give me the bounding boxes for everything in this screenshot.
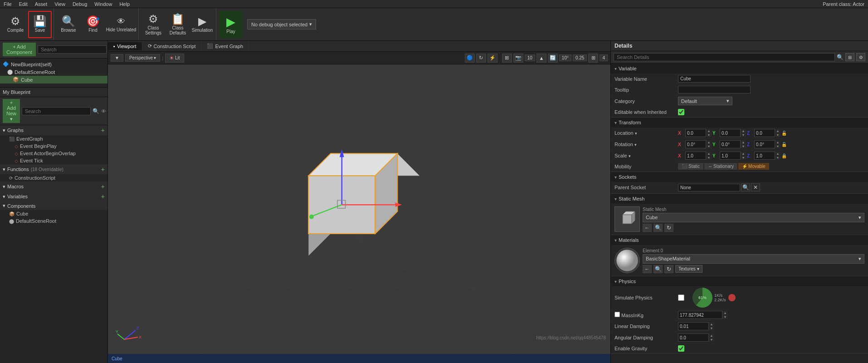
- bp-options-icon[interactable]: 👁: [101, 108, 106, 114]
- browse-button[interactable]: 🔍 Browse: [57, 11, 80, 38]
- angular-damping-down[interactable]: ▼: [708, 338, 714, 342]
- menu-asset[interactable]: Asset: [31, 1, 51, 7]
- scale-x-up[interactable]: ▲: [706, 152, 712, 156]
- debug-dropdown[interactable]: No debug object selected ▾: [247, 19, 316, 29]
- viewport-grid-snap[interactable]: ⊞: [502, 54, 512, 63]
- play-button[interactable]: ▶ Play: [219, 11, 243, 38]
- tab-viewport[interactable]: ▪ Viewport: [108, 42, 142, 50]
- menu-help[interactable]: Help: [116, 1, 133, 7]
- event-graph-item[interactable]: ⬛ EventGraph: [0, 135, 107, 142]
- simulate-physics-checkbox[interactable]: [678, 294, 684, 301]
- mat-reset-btn[interactable]: ↻: [664, 265, 673, 273]
- details-grid-view-btn[interactable]: ⊞: [845, 53, 854, 61]
- functions-add-button[interactable]: +: [101, 166, 105, 173]
- menu-debug[interactable]: Debug: [69, 1, 91, 7]
- rotation-z-down[interactable]: ▼: [775, 144, 780, 148]
- details-search-input[interactable]: [614, 53, 835, 61]
- materials-section-title[interactable]: ▾ Materials: [611, 235, 868, 245]
- scale-z-up[interactable]: ▲: [775, 152, 780, 156]
- location-label[interactable]: Location ▾: [614, 130, 678, 136]
- rotation-z-up[interactable]: ▲: [775, 140, 780, 144]
- lit-button[interactable]: ☀ Lit: [165, 54, 184, 63]
- menu-file[interactable]: File: [0, 1, 15, 7]
- scale-x-down[interactable]: ▼: [706, 156, 712, 160]
- find-button[interactable]: 🎯 Find: [81, 11, 105, 38]
- location-z-down[interactable]: ▼: [775, 133, 780, 137]
- add-component-button[interactable]: + Add Component: [3, 43, 36, 56]
- mat-back-btn[interactable]: ←: [643, 265, 652, 273]
- mass-kg-input[interactable]: [678, 311, 728, 319]
- macros-section[interactable]: ▾ Macros +: [0, 182, 107, 191]
- graphs-add-button[interactable]: +: [101, 127, 105, 134]
- tree-item-newblueprint[interactable]: 🔷 NewBlueprint(self): [0, 60, 107, 68]
- variables-add-button[interactable]: +: [101, 193, 105, 200]
- mass-kg-down[interactable]: ▼: [722, 315, 728, 319]
- scale-y-up[interactable]: ▲: [740, 152, 746, 156]
- mobility-stationary-btn[interactable]: ↔ Stationary: [704, 163, 737, 170]
- save-button[interactable]: 💾 Save: [28, 11, 52, 38]
- viewport-icon-btn-2[interactable]: ↻: [476, 54, 486, 63]
- variable-section-title[interactable]: ▾ Variable: [611, 64, 868, 74]
- scale-lock-icon[interactable]: 🔒: [781, 153, 787, 158]
- compile-button[interactable]: ⚙ Compile: [4, 11, 27, 38]
- defaultsceneroot-component-item[interactable]: ⬤ DefaultSceneRoot: [0, 217, 107, 225]
- details-settings-btn[interactable]: ⚙: [856, 53, 865, 61]
- category-dropdown[interactable]: Default ▾: [678, 97, 732, 105]
- tree-item-cube[interactable]: 📦 Cube: [0, 76, 107, 83]
- menu-view[interactable]: View: [51, 1, 69, 7]
- menu-window[interactable]: Window: [91, 1, 116, 7]
- viewport-level-btn[interactable]: ⊞: [588, 54, 598, 63]
- viewport-icon-btn-1[interactable]: 🔵: [465, 54, 475, 63]
- add-new-button[interactable]: + Add New ▾: [3, 99, 20, 123]
- static-mesh-dropdown[interactable]: Cube ▾: [643, 213, 864, 222]
- macros-add-button[interactable]: +: [101, 183, 105, 190]
- mass-kg-up[interactable]: ▲: [722, 311, 728, 315]
- rotation-x-up[interactable]: ▲: [706, 140, 712, 144]
- tooltip-input[interactable]: [678, 86, 751, 93]
- location-lock-icon[interactable]: 🔓: [781, 131, 787, 136]
- viewport-snap-rotate[interactable]: ▲: [536, 54, 546, 63]
- angular-damping-up[interactable]: ▲: [708, 334, 714, 338]
- mat-search-btn[interactable]: 🔍: [653, 265, 663, 273]
- mesh-search-btn[interactable]: 🔍: [653, 224, 663, 232]
- rotation-lock-icon[interactable]: 🔓: [781, 142, 787, 147]
- location-y-down[interactable]: ▼: [740, 133, 746, 137]
- simulation-button[interactable]: ▶ Simulation: [190, 11, 214, 38]
- blueprint-search[interactable]: [22, 107, 91, 115]
- rotation-y-up[interactable]: ▲: [740, 140, 746, 144]
- sockets-section-title[interactable]: ▾ Sockets: [611, 172, 868, 182]
- tree-item-defaultsceneroot[interactable]: ⬤ DefaultSceneRoot: [0, 68, 107, 76]
- event-beginplay-item[interactable]: ◇ Event BeginPlay: [0, 142, 107, 150]
- linear-damping-up[interactable]: ▲: [708, 322, 714, 326]
- scale-label[interactable]: Scale ▾: [614, 153, 678, 158]
- viewport-icon-btn-3[interactable]: ⚡: [488, 54, 497, 63]
- static-mesh-section-title[interactable]: ▾ Static Mesh: [611, 194, 868, 204]
- transform-section-title[interactable]: ▾ Transform: [611, 118, 868, 128]
- linear-damping-down[interactable]: ▼: [708, 326, 714, 330]
- graphs-section[interactable]: ▾ Graphs +: [0, 125, 107, 135]
- location-z-up[interactable]: ▲: [775, 129, 780, 133]
- viewport-rotate-snap[interactable]: 🔄: [548, 54, 558, 63]
- parent-socket-input[interactable]: [678, 184, 740, 191]
- physics-section-title[interactable]: ▾ Physics: [611, 276, 868, 286]
- viewport-3d-canvas[interactable]: Z X Y https://blog.csdn.net/qq448545478: [108, 64, 610, 354]
- class-defaults-button[interactable]: 📋 Class Defaults: [166, 11, 190, 38]
- mobility-movable-btn[interactable]: ⚡ Movable: [738, 163, 769, 170]
- tab-construction-script[interactable]: ⟳ Construction Script: [142, 42, 202, 50]
- location-y-up[interactable]: ▲: [740, 129, 746, 133]
- enable-gravity-checkbox[interactable]: [678, 345, 684, 352]
- class-settings-button[interactable]: ⚙ Class Settings: [141, 11, 165, 38]
- components-search[interactable]: [38, 45, 107, 54]
- location-x-up[interactable]: ▲: [706, 129, 712, 133]
- mesh-back-btn[interactable]: ←: [643, 224, 652, 232]
- event-actoroverlap-item[interactable]: ◇ Event ActorBeginOverlap: [0, 150, 107, 157]
- rotation-y-down[interactable]: ▼: [740, 144, 746, 148]
- mass-override-checkbox[interactable]: [614, 312, 620, 317]
- editable-inherited-checkbox[interactable]: [678, 109, 684, 115]
- rotation-x-down[interactable]: ▼: [706, 144, 712, 148]
- perspective-button[interactable]: Perspective ▾: [125, 54, 160, 62]
- variables-section[interactable]: ▾ Variables +: [0, 191, 107, 201]
- mobility-static-btn[interactable]: ⬛ Static: [678, 163, 703, 170]
- tab-event-graph[interactable]: ⬛ Event Graph: [201, 42, 249, 50]
- socket-search-btn[interactable]: 🔍: [741, 183, 750, 191]
